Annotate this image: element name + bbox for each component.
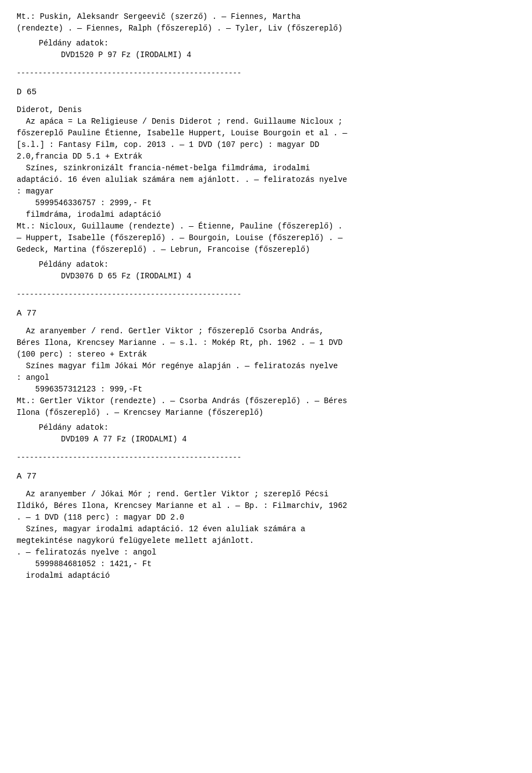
entry-4-category: A 77: [17, 471, 515, 484]
entry-1: Mt.: Puskin, Aleksandr Sergeevič (szerző…: [17, 11, 515, 79]
entry-2-description: Az apáca = La Religieuse / Denis Diderot…: [17, 116, 515, 256]
entry-2-exemplary: Példány adatok: DVD3076 D 65 Fz (IRODALM…: [39, 259, 515, 282]
page-content: Mt.: Puskin, Aleksandr Sergeevič (szerző…: [17, 11, 515, 582]
entry-2-exemplary-label: Példány adatok:: [39, 259, 515, 271]
entry-2-exemplary-data: DVD3076 D 65 Fz (IRODALMI) 4: [61, 271, 515, 282]
entry-3-exemplary-label: Példány adatok:: [39, 422, 515, 434]
entry-2-subtitle: Diderot, Denis: [17, 104, 515, 116]
entry-3-exemplary-data: DVD109 A 77 Fz (IRODALMI) 4: [61, 434, 515, 445]
entry-3-exemplary: Példány adatok: DVD109 A 77 Fz (IRODALMI…: [39, 422, 515, 445]
entry-2: D 65 Diderot, Denis Az apáca = La Religi…: [17, 87, 515, 300]
entry-1-divider: ----------------------------------------…: [17, 68, 515, 79]
entry-1-exemplary: Példány adatok: DVD1520 P 97 Fz (IRODALM…: [39, 38, 515, 61]
entry-3-divider: ----------------------------------------…: [17, 452, 515, 463]
entry-3-description: Az aranyember / rend. Gertler Viktor ; f…: [17, 326, 515, 419]
entry-3-category: A 77: [17, 308, 515, 321]
entry-2-category: D 65: [17, 87, 515, 99]
entry-2-divider: ----------------------------------------…: [17, 289, 515, 300]
entry-4-description: Az aranyember / Jókai Mór ; rend. Gertle…: [17, 489, 515, 582]
entry-1-main-title: Mt.: Puskin, Aleksandr Sergeevič (szerző…: [17, 11, 515, 34]
entry-3: A 77 Az aranyember / rend. Gertler Vikto…: [17, 308, 515, 463]
entry-1-exemplary-data: DVD1520 P 97 Fz (IRODALMI) 4: [61, 49, 515, 61]
entry-4: A 77 Az aranyember / Jókai Mór ; rend. G…: [17, 471, 515, 582]
entry-1-exemplary-label: Példány adatok:: [39, 38, 515, 49]
